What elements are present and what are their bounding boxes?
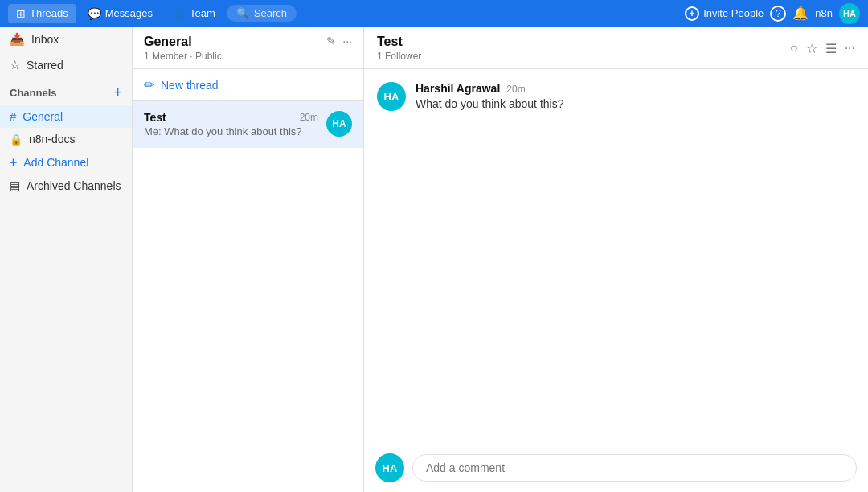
- nav-threads[interactable]: ⊞ Threads: [8, 4, 76, 23]
- message-time: 20m: [506, 84, 525, 95]
- add-channel-label: Add Channel: [23, 156, 88, 169]
- channel-meta: 1 Member · Public: [144, 51, 222, 62]
- topnav: ⊞ Threads 💬 Messages 👤 Team 🔍 Search + I…: [0, 0, 868, 27]
- nav-messages[interactable]: 💬 Messages: [80, 4, 161, 23]
- sidebar-item-archived[interactable]: ▤ Archived Channels: [0, 174, 132, 197]
- commenter-avatar: HA: [375, 453, 404, 482]
- starred-label: Starred: [27, 59, 63, 72]
- notes-icon[interactable]: ☰: [825, 41, 837, 56]
- thread-more-icon[interactable]: ···: [845, 41, 855, 55]
- nav-threads-label: Threads: [30, 7, 68, 19]
- search-bar[interactable]: 🔍 Search: [227, 5, 297, 22]
- channels-header: Channels +: [0, 78, 132, 105]
- thread-header: Test 1 Follower ○ ☆ ☰ ···: [364, 27, 868, 69]
- sidebar-item-general[interactable]: # General: [0, 105, 132, 128]
- channel-title: General: [144, 35, 222, 49]
- new-thread-button[interactable]: ✏ New thread: [133, 69, 363, 101]
- main-layout: 📥 Inbox ☆ Starred Channels + # General 🔒…: [0, 27, 868, 492]
- edit-icon[interactable]: ✎: [326, 35, 336, 47]
- sidebar-item-starred[interactable]: ☆ Starred: [0, 52, 132, 78]
- right-panel: Test 1 Follower ○ ☆ ☰ ··· HA Harshil Agr…: [364, 27, 868, 492]
- nav-team-label: Team: [190, 7, 215, 19]
- add-channel-item[interactable]: + Add Channel: [0, 150, 132, 174]
- topnav-right: + Invite People ? 🔔 n8n HA: [685, 3, 860, 24]
- thread-header-title: Test: [377, 35, 421, 49]
- messages-area: HA Harshil Agrawal 20m What do you think…: [364, 69, 868, 445]
- channel-header: General 1 Member · Public ✎ ···: [133, 27, 363, 69]
- lock-icon: 🔒: [10, 133, 23, 146]
- comment-input[interactable]: [412, 454, 857, 482]
- comment-area: HA: [364, 445, 868, 492]
- invite-people-button[interactable]: + Invite People: [685, 6, 764, 21]
- invite-label: Invite People: [703, 7, 764, 19]
- n8n-docs-label: n8n-docs: [29, 133, 76, 146]
- thread-header-actions: ○ ☆ ☰ ···: [790, 41, 855, 56]
- sidebar-item-inbox[interactable]: 📥 Inbox: [0, 27, 132, 52]
- user-name: n8n: [815, 7, 833, 19]
- messages-icon: 💬: [88, 7, 101, 20]
- help-icon: ?: [770, 6, 786, 22]
- topnav-left: ⊞ Threads 💬 Messages 👤 Team 🔍 Search: [8, 4, 297, 23]
- star-thread-icon[interactable]: ☆: [806, 41, 817, 56]
- bell-icon: 🔔: [792, 6, 809, 20]
- more-icon[interactable]: ···: [342, 35, 352, 47]
- sidebar-item-n8n-docs[interactable]: 🔒 n8n-docs: [0, 128, 132, 150]
- plus-icon: +: [10, 155, 17, 170]
- sidebar: 📥 Inbox ☆ Starred Channels + # General 🔒…: [0, 27, 133, 492]
- circle-icon[interactable]: ○: [790, 41, 798, 55]
- general-label: General: [23, 110, 63, 123]
- add-channel-button[interactable]: +: [113, 84, 122, 101]
- message-author: Harshil Agrawal: [416, 82, 500, 95]
- new-thread-label: New thread: [161, 79, 219, 92]
- message-avatar: HA: [377, 82, 406, 111]
- threads-icon: ⊞: [16, 7, 26, 20]
- inbox-icon: 📥: [10, 32, 25, 47]
- user-avatar[interactable]: HA: [839, 3, 860, 24]
- thread-avatar: HA: [326, 111, 352, 137]
- archive-icon: ▤: [10, 179, 20, 192]
- help-button[interactable]: ?: [770, 6, 786, 22]
- thread-preview: Me: What do you think about this?: [144, 125, 318, 137]
- search-label: Search: [254, 7, 287, 19]
- message-row: HA Harshil Agrawal 20m What do you think…: [377, 82, 855, 111]
- compose-icon: ✏: [144, 77, 154, 92]
- thread-list: Test 20m Me: What do you think about thi…: [133, 101, 363, 492]
- message-text: What do you think about this?: [416, 97, 855, 110]
- nav-messages-label: Messages: [105, 7, 153, 19]
- thread-time: 20m: [300, 112, 318, 123]
- invite-icon: +: [685, 6, 699, 21]
- thread-header-sub: 1 Follower: [377, 51, 421, 62]
- archived-label: Archived Channels: [27, 179, 121, 192]
- thread-name: Test: [144, 111, 166, 124]
- thread-item-test[interactable]: Test 20m Me: What do you think about thi…: [133, 101, 363, 148]
- hash-icon: #: [10, 109, 16, 123]
- middle-panel: General 1 Member · Public ✎ ··· ✏ New th…: [133, 27, 364, 492]
- nav-team[interactable]: 👤 Team: [164, 4, 223, 23]
- channel-header-actions: ✎ ···: [326, 35, 352, 47]
- channels-heading: Channels: [10, 87, 57, 99]
- star-icon: ☆: [10, 58, 20, 72]
- search-icon: 🔍: [236, 7, 249, 19]
- notifications-button[interactable]: 🔔: [792, 6, 809, 21]
- inbox-label: Inbox: [31, 33, 59, 46]
- team-icon: 👤: [172, 7, 186, 20]
